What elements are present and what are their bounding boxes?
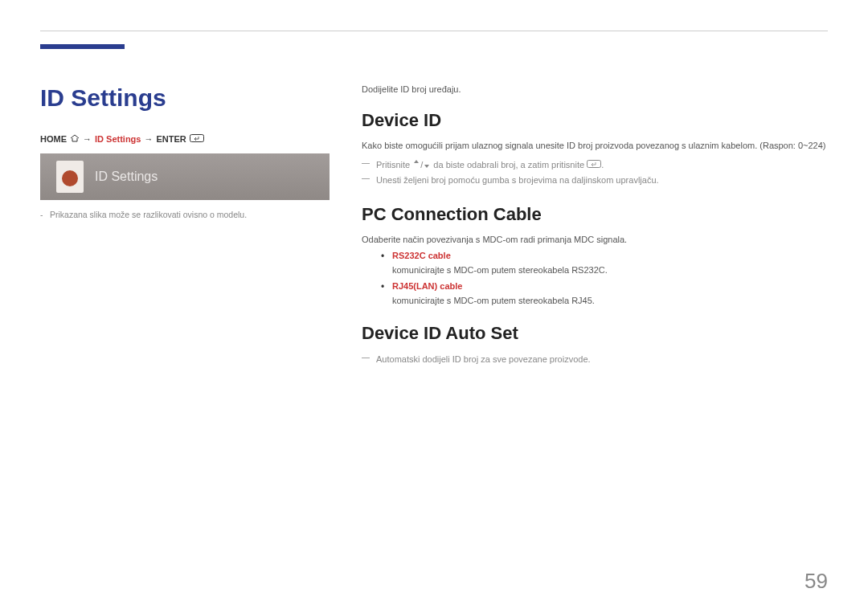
breadcrumb-home: HOME [40,134,67,144]
note-fragment: Pritisnite [376,160,412,170]
breadcrumb-enter: ENTER [156,134,186,144]
device-id-body: Kako biste omogućili prijam ulaznog sign… [362,139,828,153]
heading-pc-cable: PC Connection Cable [362,204,828,225]
option-desc: komunicirajte s MDC-om putem stereokabel… [392,296,595,305]
option-desc: komunicirajte s MDC-om putem stereokabel… [392,265,608,275]
list-item: Pritisnite / da biste odabrali broj, a z… [362,157,828,173]
intro-text: Dodijelite ID broj uređaju. [362,84,828,94]
list-item: RS232C cable komunicirajte s MDC-om pute… [381,251,828,276]
page-title: ID Settings [40,84,330,112]
pc-cable-options: RS232C cable komunicirajte s MDC-om pute… [381,251,828,307]
option-name: RJ45(LAN) cable [392,281,828,291]
heading-auto-set: Device ID Auto Set [362,323,828,344]
breadcrumb-arrow: → [83,134,92,144]
svg-rect-1 [588,161,601,168]
top-divider [40,31,828,31]
list-item: RJ45(LAN) cable komunicirajte s MDC-om p… [381,281,828,307]
breadcrumb-current: ID Settings [95,134,141,144]
device-id-notes: Pritisnite / da biste odabrali broj, a z… [362,157,828,188]
accent-bar [40,44,125,49]
right-column: Dodijelite ID broj uređaju. Device ID Ka… [362,32,828,613]
note-fragment: . [601,160,604,170]
breadcrumb: HOME → ID Settings → ENTER [40,134,330,144]
list-item: Automatski dodijeli ID broj za sve povez… [362,352,828,367]
disclaimer-text: Prikazana slika može se razlikovati ovis… [40,210,330,219]
list-item: Unesti željeni broj pomoću gumba s broje… [362,173,828,188]
left-column: ID Settings HOME → ID Settings → ENTER I… [40,32,330,613]
home-icon [70,134,80,144]
page-number: 59 [805,569,828,594]
heading-device-id: Device ID [362,110,828,131]
auto-set-notes: Automatski dodijeli ID broj za sve povez… [362,352,828,367]
option-name: RS232C cable [392,251,828,260]
enter-icon [587,160,601,170]
menu-preview: ID Settings [40,153,330,200]
id-badge-icon [56,161,84,193]
note-fragment: da biste odabrali broj, a zatim pritisni… [431,160,587,170]
enter-icon [190,134,204,144]
breadcrumb-arrow: → [144,134,153,144]
page-container: ID Settings HOME → ID Settings → ENTER I… [0,0,868,613]
svg-rect-0 [190,135,203,142]
menu-preview-label: ID Settings [95,170,158,184]
pc-cable-body: Odaberite način povezivanja s MDC-om rad… [362,233,828,247]
up-down-arrow-icon: / [412,160,431,170]
